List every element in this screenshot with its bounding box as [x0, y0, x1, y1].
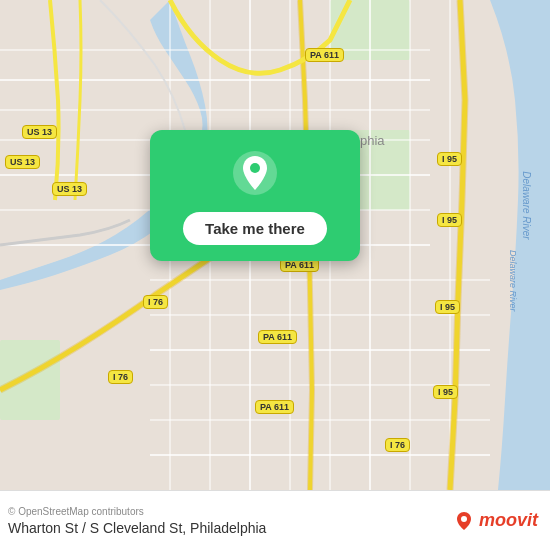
road-badge-i95-4: I 95	[433, 385, 458, 399]
attribution-text: © OpenStreetMap contributors	[8, 506, 266, 517]
take-me-there-button[interactable]: Take me there	[183, 212, 327, 245]
river-label: Delaware River	[520, 171, 531, 239]
moovit-pin-icon	[453, 510, 475, 532]
svg-rect-3	[0, 340, 60, 420]
moovit-brand-text: moovit	[479, 510, 538, 531]
svg-point-29	[461, 516, 467, 522]
road-badge-pa611-2: PA 611	[258, 330, 297, 344]
map-container: Delaware River phia PA 611 PA 611 PA 611…	[0, 0, 550, 490]
road-badge-i95-2: I 95	[437, 213, 462, 227]
road-badge-i76-1: I 76	[143, 295, 168, 309]
svg-text:phia: phia	[360, 133, 385, 148]
svg-point-28	[250, 163, 260, 173]
road-badge-us13-1: US 13	[22, 125, 57, 139]
road-badge-i76-2: I 76	[108, 370, 133, 384]
bottom-bar: © OpenStreetMap contributors Wharton St …	[0, 490, 550, 550]
location-card: Take me there	[150, 130, 360, 261]
moovit-logo: moovit	[453, 510, 538, 532]
road-badge-pa611-3: PA 611	[255, 400, 294, 414]
road-badge-pa611-top: PA 611	[305, 48, 344, 62]
road-badge-us13-3: US 13	[5, 155, 40, 169]
road-badge-i76-3: I 76	[385, 438, 410, 452]
location-pin-icon	[230, 148, 280, 198]
svg-text:Delaware River: Delaware River	[508, 250, 518, 313]
road-badge-i95-1: I 95	[437, 152, 462, 166]
road-badge-i95-3: I 95	[435, 300, 460, 314]
road-badge-us13-2: US 13	[52, 182, 87, 196]
bottom-bar-info: © OpenStreetMap contributors Wharton St …	[8, 506, 266, 536]
address-text: Wharton St / S Cleveland St, Philadelphi…	[8, 520, 266, 536]
